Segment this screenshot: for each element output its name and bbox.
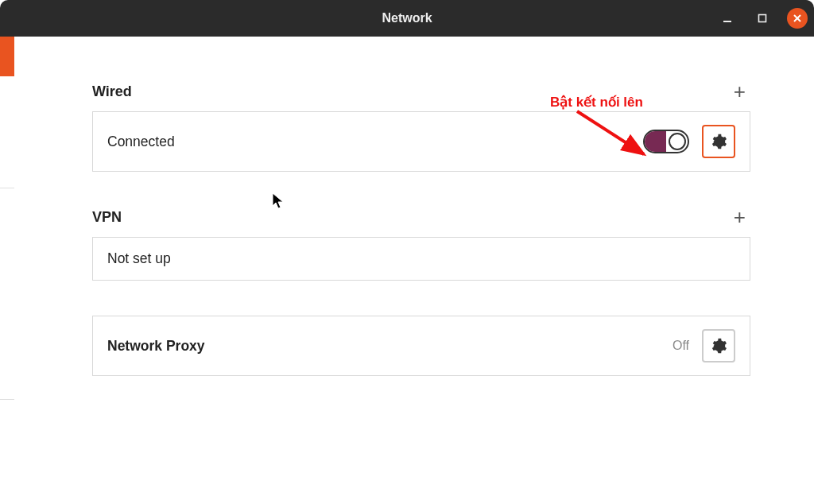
minimize-icon (722, 13, 733, 24)
wired-status: Connected (107, 134, 175, 150)
vpn-title: VPN (92, 209, 122, 226)
maximize-icon (758, 14, 767, 23)
proxy-row: Network Proxy Off (92, 316, 750, 376)
wired-header: Wired + (92, 81, 750, 102)
proxy-settings-button[interactable] (702, 329, 735, 362)
annotation-arrow (569, 102, 665, 173)
vpn-row: Not set up (92, 237, 750, 281)
mouse-cursor-icon (272, 192, 286, 211)
proxy-title: Network Proxy (107, 338, 205, 355)
content-area: Wired + Connected VPN + Not set up Netwo… (14, 37, 814, 504)
minimize-button[interactable] (717, 8, 738, 29)
svg-rect-1 (759, 15, 766, 22)
vpn-status: Not set up (107, 250, 171, 267)
add-wired-button[interactable]: + (734, 81, 750, 102)
vpn-header: VPN + (92, 207, 750, 227)
sidebar-rail (0, 37, 14, 504)
window-title: Network (382, 11, 432, 25)
maximize-button[interactable] (752, 8, 773, 29)
wired-title: Wired (92, 83, 132, 100)
svg-line-4 (577, 111, 644, 154)
window-controls (717, 0, 808, 37)
add-vpn-button[interactable]: + (734, 207, 750, 227)
gear-icon (710, 337, 727, 355)
close-button[interactable] (787, 8, 808, 29)
titlebar: Network (0, 0, 814, 37)
proxy-status: Off (673, 339, 689, 353)
wired-settings-button[interactable] (702, 125, 735, 158)
close-icon (793, 14, 802, 23)
gear-icon (710, 133, 727, 150)
